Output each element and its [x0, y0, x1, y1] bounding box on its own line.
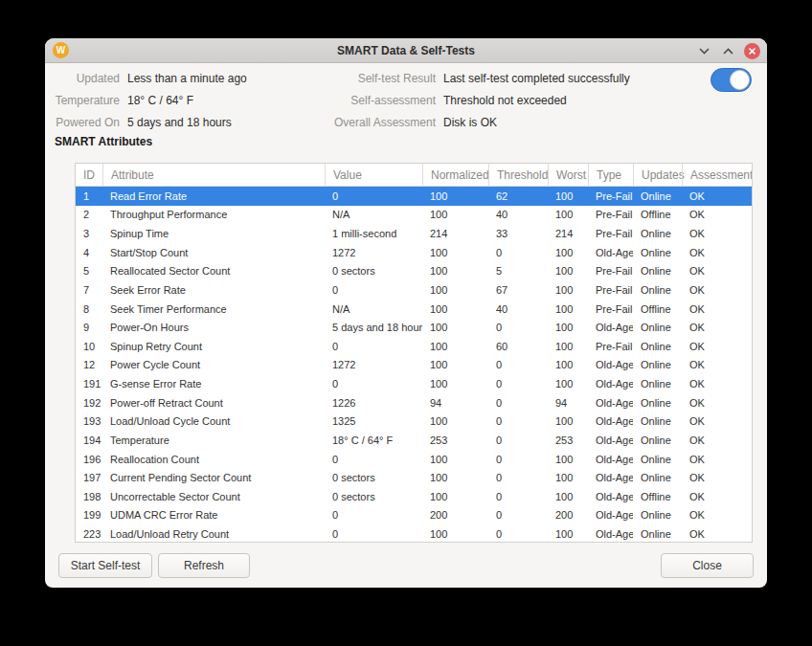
cell: Pre-Fail — [588, 224, 633, 243]
cell: 1272 — [325, 356, 422, 375]
cell: OK — [682, 374, 752, 393]
column-header-updates[interactable]: Updates — [633, 164, 682, 186]
cell: Old-Age — [588, 412, 633, 432]
column-header-attribute[interactable]: Attribute — [102, 164, 325, 186]
column-header-assessment[interactable]: Assessment — [682, 164, 753, 186]
table-row[interactable]: 194Temperature18° C / 64° F2530253Old-Ag… — [76, 431, 752, 450]
cell: Old-Age — [588, 450, 633, 469]
cell: 192 — [76, 393, 102, 412]
cell: 100 — [548, 356, 588, 375]
cell: 100 — [422, 468, 488, 487]
cell: Current Pending Sector Count — [102, 468, 325, 487]
table-row[interactable]: 198Uncorrectable Sector Count0 sectors10… — [76, 487, 752, 506]
cell: 100 — [548, 243, 588, 262]
column-header-value[interactable]: Value — [325, 164, 422, 186]
table-row[interactable]: 1Read Error Rate010062100Pre-FailOnlineO… — [76, 187, 752, 206]
cell: Pre-Fail — [588, 187, 633, 206]
column-header-normalized[interactable]: Normalized — [422, 164, 488, 186]
titlebar[interactable]: W SMART Data & Self-Tests — [45, 38, 767, 63]
maximize-icon[interactable] — [720, 43, 735, 58]
table-row[interactable]: 193Load/Unload Cycle Count13251000100Old… — [76, 412, 752, 432]
table-row[interactable]: 9Power-On Hours5 days and 18 hours100010… — [76, 318, 752, 337]
self-assessment-row: Self-assessment Threshold not exceeded — [90, 92, 567, 109]
cell: Reallocation Count — [102, 450, 325, 469]
table-row[interactable]: 8Seek Timer PerformanceN/A10040100Pre-Fa… — [76, 300, 752, 319]
cell: 199 — [76, 506, 102, 525]
close-icon[interactable] — [744, 43, 760, 59]
smart-data-dialog: W SMART Data & Self-Tests Updated Less t… — [45, 38, 767, 588]
cell: Power-On Hours — [102, 318, 325, 337]
table-row[interactable]: 4Start/Stop Count12721000100Old-AgeOnlin… — [76, 243, 752, 262]
column-header-threshold[interactable]: Threshold — [488, 164, 548, 186]
cell: 8 — [76, 300, 102, 319]
table-row[interactable]: 2Throughput PerformanceN/A10040100Pre-Fa… — [76, 206, 752, 225]
cell: 0 — [325, 374, 422, 393]
cell: Old-Age — [588, 356, 633, 375]
cell: Old-Age — [588, 524, 633, 543]
smart-enabled-toggle[interactable] — [710, 68, 752, 92]
cell: 100 — [548, 187, 588, 206]
cell: 223 — [76, 524, 102, 543]
cell: Online — [633, 262, 682, 281]
cell: OK — [682, 224, 752, 243]
cell: 3 — [76, 224, 102, 243]
refresh-button[interactable]: Refresh — [158, 553, 250, 578]
table-row[interactable]: 197Current Pending Sector Count0 sectors… — [76, 468, 752, 487]
cell: 100 — [422, 337, 488, 356]
cell: 12 — [76, 356, 102, 375]
table-row[interactable]: 5Reallocated Sector Count0 sectors100510… — [76, 262, 752, 281]
cell: Old-Age — [588, 318, 633, 337]
cell: Pre-Fail — [588, 262, 633, 281]
cell: Power-off Retract Count — [102, 393, 325, 412]
cell: N/A — [325, 300, 422, 319]
table-row[interactable]: 10Spinup Retry Count010060100Pre-FailOnl… — [76, 337, 752, 356]
table-row[interactable]: 192Power-off Retract Count122694094Old-A… — [76, 393, 752, 412]
table-row[interactable]: 196Reallocation Count01000100Old-AgeOnli… — [76, 450, 752, 469]
cell: Throughput Performance — [102, 206, 325, 225]
cell: 100 — [548, 300, 588, 319]
column-header-worst[interactable]: Worst — [548, 164, 588, 186]
close-button[interactable]: Close — [661, 553, 754, 578]
cell: Load/Unload Retry Count — [102, 524, 325, 543]
table-row[interactable]: 199UDMA CRC Error Rate02000200Old-AgeOnl… — [76, 506, 752, 525]
table-row[interactable]: 12Power Cycle Count12721000100Old-AgeOnl… — [76, 356, 752, 375]
cell: 196 — [76, 450, 102, 469]
cell: 253 — [422, 431, 488, 450]
cell: 100 — [422, 412, 488, 432]
cell: 2 — [76, 206, 102, 225]
cell: 1325 — [325, 412, 422, 432]
cell: Old-Age — [588, 468, 633, 487]
cell: 0 — [488, 524, 548, 543]
selftest-result-row: Self-test Result Last self-test complete… — [90, 70, 630, 87]
cell: Online — [633, 393, 682, 412]
cell: 100 — [548, 524, 588, 543]
minimize-icon[interactable] — [696, 43, 711, 58]
cell: Pre-Fail — [588, 206, 633, 225]
cell: 0 — [488, 431, 548, 450]
cell: 100 — [548, 206, 588, 225]
column-header-type[interactable]: Type — [588, 164, 633, 186]
cell: 191 — [76, 374, 102, 393]
cell: 100 — [548, 374, 588, 393]
cell: OK — [682, 431, 752, 450]
column-header-id[interactable]: ID — [76, 164, 102, 186]
start-selftest-button[interactable]: Start Self-test — [58, 553, 152, 578]
cell: OK — [682, 262, 752, 281]
cell: 100 — [422, 206, 488, 225]
cell: 7 — [76, 280, 102, 300]
table-row[interactable]: 191G-sense Error Rate01000100Old-AgeOnli… — [76, 374, 752, 393]
table-row[interactable]: 223Load/Unload Retry Count01000100Old-Ag… — [76, 524, 752, 543]
cell: 0 — [325, 524, 422, 543]
cell: OK — [682, 393, 752, 412]
cell: 10 — [76, 337, 102, 356]
cell: OK — [682, 300, 752, 319]
cell: 5 — [76, 262, 102, 281]
table-row[interactable]: 3Spinup Time1 milli-second21433214Pre-Fa… — [76, 224, 752, 243]
cell: 0 — [488, 393, 548, 412]
cell: 214 — [548, 224, 588, 243]
table-row[interactable]: 7Seek Error Rate010067100Pre-FailOnlineO… — [76, 280, 752, 300]
cell: 0 — [488, 468, 548, 487]
cell: 197 — [76, 468, 102, 487]
cell: 1226 — [325, 393, 422, 412]
cell: Online — [633, 243, 682, 262]
